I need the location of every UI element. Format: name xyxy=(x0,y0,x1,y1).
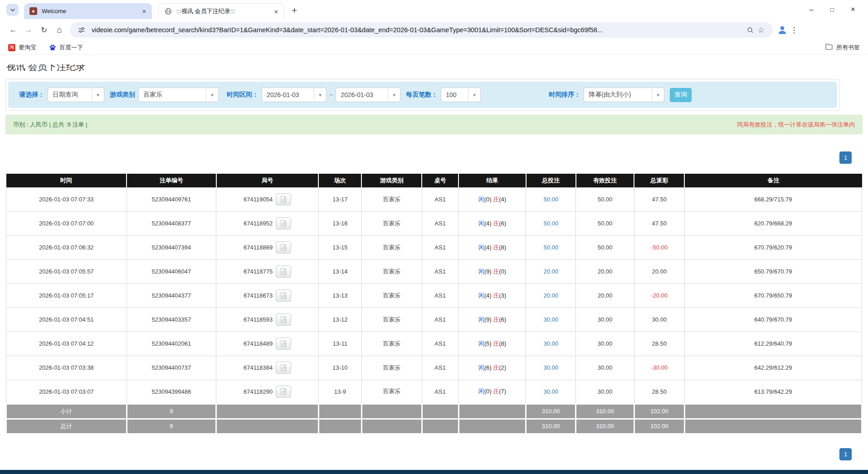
per-page-label: 每页笔数： xyxy=(406,91,438,99)
per-page-select[interactable]: 100 ▾ xyxy=(441,88,481,102)
date-end-select[interactable]: 2026-01-03 ▾ xyxy=(336,88,400,102)
query-type-select[interactable]: 日期查询 ▾ xyxy=(48,88,104,102)
cell-time: 2026-01-03 07:03:38 xyxy=(6,356,127,380)
zoom-icon[interactable] xyxy=(745,24,756,35)
cell-valid-bet: 50.00 xyxy=(576,235,634,259)
close-window-button[interactable]: × xyxy=(843,3,863,16)
video-replay-button[interactable] xyxy=(276,241,291,254)
all-bookmarks-label: 所有书签 xyxy=(836,44,860,52)
cell-valid-bet: 30.00 xyxy=(576,332,634,356)
video-replay-button[interactable] xyxy=(276,362,291,374)
cell-note: 640.79/670.79 xyxy=(684,308,862,332)
profile-avatar-icon[interactable] xyxy=(776,24,788,36)
total-bet-link[interactable]: 20.00 xyxy=(543,268,558,275)
table-row: 2026-01-03 07:03:07523094399486674118290… xyxy=(6,380,862,404)
chevron-down-icon xyxy=(10,7,15,13)
browser-menu-icon[interactable]: ⋮ xyxy=(788,24,800,36)
page-1-button[interactable]: 1 xyxy=(839,151,852,164)
cell-table-number: AS1 xyxy=(422,259,458,283)
video-replay-button[interactable] xyxy=(276,265,291,278)
cell-valid-bet: 30.00 xyxy=(576,356,634,380)
url-bar[interactable]: videoie.com/game/betrecord_search/kind3?… xyxy=(70,22,773,38)
reload-button[interactable]: ↻ xyxy=(36,22,52,38)
video-replay-button[interactable] xyxy=(276,313,291,326)
home-button[interactable]: ⌂ xyxy=(52,22,67,38)
all-bookmarks-button[interactable]: 所有书签 xyxy=(825,44,860,52)
subtotal-row-cell: 9 xyxy=(127,404,216,419)
globe-favicon-icon xyxy=(164,8,172,15)
url-text[interactable]: videoie.com/game/betrecord_search/kind3?… xyxy=(92,26,740,34)
total-row-cell xyxy=(458,419,526,434)
bet-records-table: 时间注单编号局号场次游戏类别桌号结果总投注有效投注总派彩备注 2026-01-0… xyxy=(5,174,863,435)
maximize-button[interactable]: □ xyxy=(822,3,843,16)
window-controls: ─ □ × xyxy=(801,3,863,16)
forward-button[interactable]: → xyxy=(21,22,36,38)
filter-panel: 请选择： 日期查询 ▾ 游戏类别 百家乐 ▾ 时间区间： 2026-01-03 … xyxy=(5,79,840,111)
table-row: 2026-01-03 07:07:00523094408377674118952… xyxy=(6,211,862,235)
total-bet-link[interactable]: 50.00 xyxy=(543,244,558,251)
total-bet-link[interactable]: 20.00 xyxy=(543,292,558,299)
result-banker-points: (7) xyxy=(499,388,506,395)
total-bet-link[interactable]: 30.00 xyxy=(543,388,558,395)
cell-bet-number: 523094402061 xyxy=(127,332,216,356)
cell-valid-bet: 50.00 xyxy=(576,211,634,235)
cell-game-kind: 百家乐 xyxy=(361,356,422,380)
total-bet-link[interactable]: 30.00 xyxy=(543,340,558,347)
video-replay-button[interactable] xyxy=(276,386,291,398)
chevron-down-icon: ▾ xyxy=(388,88,400,102)
video-replay-button[interactable] xyxy=(276,217,291,230)
sort-label: 时间排序： xyxy=(549,91,580,99)
table-row: 2026-01-03 07:05:17523094404377674118673… xyxy=(6,283,862,308)
cell-table-number: AS1 xyxy=(422,308,458,332)
video-replay-button[interactable] xyxy=(276,337,291,350)
result-banker-points: (8) xyxy=(499,244,506,251)
round-number: 674118952 xyxy=(244,220,273,227)
cell-note: 612.29/640.79 xyxy=(684,332,862,356)
result-player-points: (0) xyxy=(484,388,493,395)
page-1-button[interactable]: 1 xyxy=(839,448,852,460)
minimize-button[interactable]: ─ xyxy=(801,3,822,16)
filter-bar: 请选择： 日期查询 ▾ 游戏类别 百家乐 ▾ 时间区间： 2026-01-03 … xyxy=(8,82,837,108)
tab-search-button[interactable] xyxy=(6,4,19,16)
cell-note: 670.79/650.79 xyxy=(684,283,862,308)
bookmarks-bar: 淘 爱淘宝 百度一下 所有书签 xyxy=(0,41,868,54)
cell-total-bet: 50.00 xyxy=(526,235,576,259)
result-banker: 庄 xyxy=(493,196,499,203)
tab-welcome[interactable]: ♠ Welcome × xyxy=(24,3,152,19)
page-content: 视讯 会员下注纪录 请选择： 日期查询 ▾ 游戏类别 百家乐 ▾ 时间区间： 2… xyxy=(0,64,868,460)
close-icon[interactable]: × xyxy=(272,7,280,15)
result-banker-points: (4) xyxy=(499,196,506,203)
total-bet-link[interactable]: 30.00 xyxy=(543,364,558,371)
date-start-select[interactable]: 2026-01-03 ▾ xyxy=(262,88,327,102)
total-row-cell xyxy=(216,419,319,434)
subtotal-row: 小计9310.00310.00102.00 xyxy=(6,404,862,419)
cell-game-kind: 百家乐 xyxy=(361,380,422,404)
tune-icon[interactable] xyxy=(76,24,87,35)
search-button[interactable]: 查询 xyxy=(670,88,692,102)
back-button[interactable]: ← xyxy=(5,22,21,38)
video-replay-button[interactable] xyxy=(276,193,291,205)
result-player: 闲 xyxy=(478,388,484,395)
bookmark-baidu[interactable]: 百度一下 xyxy=(49,44,83,52)
film-document-icon xyxy=(280,364,287,371)
cell-game-kind: 百家乐 xyxy=(361,235,422,259)
bookmark-star-icon[interactable]: ☆ xyxy=(756,24,766,35)
bookmark-label: 爱淘宝 xyxy=(19,44,36,52)
total-bet-link[interactable]: 50.00 xyxy=(543,196,558,203)
tab-betrecord[interactable]: :::视讯 会员下注纪录::: × xyxy=(158,3,284,19)
game-kind-select[interactable]: 百家乐 ▾ xyxy=(138,88,219,102)
bookmark-taobao[interactable]: 淘 爱淘宝 xyxy=(8,44,36,52)
sort-select[interactable]: 降幂(由大到小) ▾ xyxy=(584,88,664,102)
cell-table-number: AS1 xyxy=(422,187,458,211)
video-replay-button[interactable] xyxy=(276,289,291,302)
cell-payout: 47.50 xyxy=(634,211,684,235)
total-bet-link[interactable]: 50.00 xyxy=(543,220,558,227)
result-player: 闲 xyxy=(478,220,484,227)
cell-result: 闲(0) 庄(4) xyxy=(458,187,526,211)
total-bet-link[interactable]: 30.00 xyxy=(543,316,558,323)
table-row: 2026-01-03 07:07:33523094409761674119054… xyxy=(6,187,862,211)
subtotal-row-cell xyxy=(318,404,361,419)
new-tab-button[interactable]: + xyxy=(292,6,297,15)
close-icon[interactable]: × xyxy=(140,7,148,15)
pagination-top: 1 xyxy=(5,151,863,164)
